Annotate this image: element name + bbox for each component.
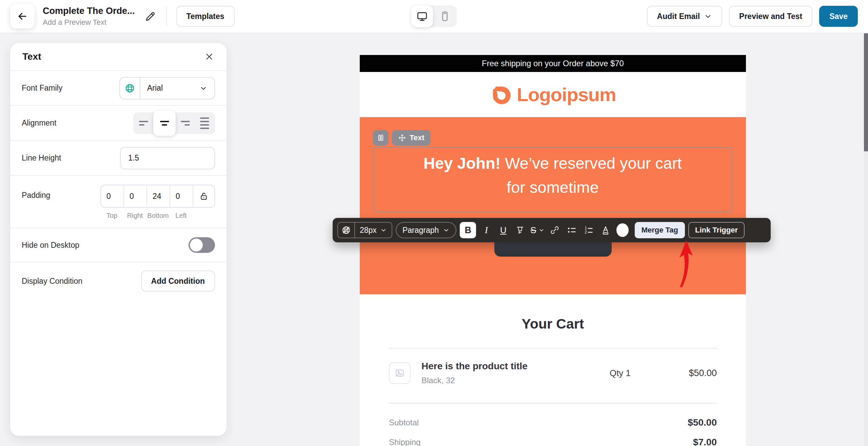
product-price: $50.00 — [659, 368, 717, 378]
product-row: Here is the product title Black, 32 Qty … — [389, 361, 717, 385]
image-placeholder-icon — [394, 368, 405, 378]
padding-link-toggle[interactable] — [193, 185, 214, 207]
font-family-control: Arial — [119, 77, 215, 99]
move-icon — [398, 134, 406, 142]
font-size-globe-button[interactable] — [338, 223, 355, 238]
align-right-button[interactable] — [176, 112, 195, 134]
color-swatch-button[interactable] — [616, 222, 629, 238]
font-size-select[interactable]: 28px — [355, 226, 392, 235]
chevron-down-icon — [199, 84, 208, 92]
strikethrough-label: S — [530, 225, 536, 236]
document-title-block: Complete The Orde... Add a Preview Text — [43, 6, 135, 27]
arrow-left-icon — [17, 11, 28, 22]
padding-left-input[interactable] — [170, 185, 193, 207]
display-condition-row: Display Condition Add Condition — [10, 262, 226, 300]
save-button[interactable]: Save — [819, 6, 858, 27]
hide-on-desktop-toggle[interactable] — [189, 237, 215, 253]
alignment-label: Alignment — [22, 118, 56, 128]
document-title: Complete The Orde... — [43, 6, 135, 16]
font-family-label: Font Family — [22, 83, 62, 93]
line-height-row: Line Height — [10, 141, 226, 176]
align-justify-icon — [200, 117, 209, 129]
desktop-monitor-icon — [416, 11, 428, 22]
link-icon — [550, 225, 560, 235]
mobile-preview-button[interactable] — [433, 11, 457, 22]
product-info: Here is the product title Black, 32 — [421, 361, 581, 385]
cart-title: Your Cart — [360, 294, 746, 332]
product-image-placeholder — [389, 362, 411, 384]
audit-email-button[interactable]: Audit Email — [647, 6, 723, 27]
strikethrough-button[interactable]: S — [530, 222, 544, 238]
chevron-down-icon — [704, 12, 712, 20]
link-button[interactable] — [548, 222, 561, 238]
window-scrollbar-thumb[interactable] — [864, 33, 868, 151]
svg-text:2: 2 — [585, 230, 587, 235]
hero-heading-rest: We’ve reserved your cart for sometime — [500, 154, 682, 196]
columns-icon — [376, 133, 385, 142]
globe-icon — [125, 83, 135, 93]
align-center-button[interactable] — [153, 111, 176, 136]
padding-right-label: Right — [123, 212, 146, 220]
text-format-toolbar: 28px Paragraph B I U S — [333, 218, 771, 242]
paragraph-style-select[interactable]: Paragraph — [396, 222, 456, 238]
text-color-icon — [600, 225, 611, 235]
font-family-select[interactable]: Arial — [140, 83, 214, 93]
columns-handle-chip[interactable] — [373, 130, 389, 146]
padding-control: Top Right Bottom Left — [100, 185, 215, 220]
close-panel-button[interactable] — [204, 52, 214, 62]
line-height-input[interactable] — [120, 147, 215, 169]
device-preview-toggle — [411, 5, 457, 27]
product-title: Here is the product title — [421, 361, 581, 372]
highlight-button[interactable] — [513, 222, 527, 238]
cart-divider — [389, 403, 717, 404]
align-justify-button[interactable] — [195, 112, 214, 134]
text-block-drag-chip[interactable]: Text — [392, 130, 431, 146]
logoipsum-mark-icon — [490, 84, 511, 106]
padding-top-input[interactable] — [101, 185, 123, 207]
audit-email-label: Audit Email — [657, 12, 700, 21]
templates-button[interactable]: Templates — [176, 6, 235, 27]
padding-inputs — [100, 185, 215, 208]
preview-and-test-button[interactable]: Preview and Test — [729, 6, 812, 27]
header-divider — [166, 7, 167, 26]
alignment-segmented-control — [133, 112, 215, 134]
cart-divider — [389, 348, 717, 349]
merge-tag-button[interactable]: Merge Tag — [635, 222, 685, 238]
edit-title-button[interactable] — [144, 10, 157, 22]
align-left-button[interactable] — [134, 112, 153, 134]
templates-button-label: Templates — [186, 12, 224, 21]
unlock-icon — [199, 191, 209, 201]
bold-button[interactable]: B — [460, 222, 476, 238]
link-trigger-button[interactable]: Link Trigger — [688, 222, 745, 238]
underline-button[interactable]: U — [496, 222, 510, 238]
padding-row: Padding Top Right Bottom Left — [10, 176, 226, 228]
hero-heading-bold: Hey John! — [423, 154, 500, 172]
white-color-swatch — [616, 223, 629, 237]
close-icon — [204, 52, 214, 62]
chevron-down-icon — [538, 227, 545, 233]
preview-text-placeholder[interactable]: Add a Preview Text — [43, 18, 135, 27]
text-settings-panel: Text Font Family Arial Alignment — [10, 43, 226, 436]
font-source-button[interactable] — [120, 78, 140, 99]
back-button[interactable] — [10, 4, 35, 29]
font-size-value: 28px — [360, 226, 377, 235]
logo-block[interactable]: Logoipsum — [360, 72, 746, 117]
align-center-icon — [160, 121, 169, 126]
bullet-list-button[interactable] — [565, 222, 578, 238]
italic-button[interactable]: I — [479, 222, 493, 238]
ordered-list-button[interactable]: 12 — [582, 222, 595, 238]
add-condition-button[interactable]: Add Condition — [141, 271, 215, 292]
announcement-bar-block[interactable]: Free shipping on your Order above $70 — [360, 55, 746, 72]
logo-wordmark: Logoipsum — [517, 83, 616, 106]
hide-on-desktop-row: Hide on Desktop — [10, 228, 226, 262]
preview-and-test-label: Preview and Test — [739, 12, 802, 21]
cart-section[interactable]: Your Cart Here is the product title Blac… — [360, 294, 746, 446]
selected-text-block[interactable]: Hey John! We’ve reserved your cart for s… — [373, 147, 732, 212]
summary-row-shipping: Shipping $7.00 — [389, 437, 717, 446]
text-color-button[interactable] — [599, 222, 612, 238]
padding-right-input[interactable] — [124, 185, 146, 207]
paragraph-style-value: Paragraph — [402, 226, 439, 235]
align-right-icon — [181, 121, 190, 126]
padding-bottom-input[interactable] — [147, 185, 170, 207]
desktop-preview-button[interactable] — [411, 5, 433, 27]
